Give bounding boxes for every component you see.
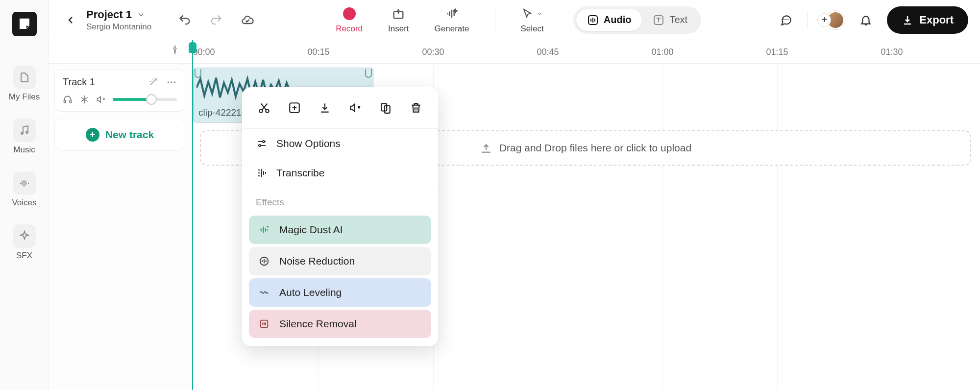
effect-label: Noise Reduction <box>279 255 355 267</box>
svg-point-5 <box>168 81 170 83</box>
generate-label: Generate <box>435 24 469 34</box>
download-clip-button[interactable] <box>314 97 336 119</box>
freeze-icon[interactable] <box>79 95 89 104</box>
mode-text[interactable]: Text <box>642 9 698 31</box>
notifications-button[interactable] <box>855 9 877 31</box>
ruler-tick: 00:30 <box>422 47 444 57</box>
upload-icon <box>480 142 492 154</box>
svg-point-7 <box>174 81 176 83</box>
generate-icon <box>445 6 459 21</box>
auto-leveling-icon <box>258 286 270 299</box>
headphones-icon[interactable] <box>63 95 73 104</box>
effect-noise-reduction[interactable]: Noise Reduction <box>249 247 431 275</box>
insert-button[interactable]: Insert <box>388 6 409 34</box>
new-track-button[interactable]: + New track <box>55 119 185 150</box>
insert-label: Insert <box>388 24 409 34</box>
project-title: Project 1 <box>86 8 132 21</box>
nav-label: Music <box>13 145 35 155</box>
add-button[interactable] <box>284 97 305 119</box>
clip-context-menu: Show Options Transcribe Effects Magic Du… <box>242 87 438 346</box>
sfx-icon <box>13 224 36 248</box>
mute-icon[interactable] <box>96 95 106 104</box>
back-button[interactable] <box>61 10 80 30</box>
pin-icon[interactable] <box>170 45 180 56</box>
delete-button[interactable] <box>405 97 427 119</box>
music-icon <box>13 119 36 142</box>
nav-sfx[interactable]: SFX <box>13 224 36 261</box>
svg-point-15 <box>263 141 265 143</box>
select-button[interactable]: Select <box>521 6 544 34</box>
effect-label: Silence Removal <box>279 318 357 330</box>
svg-point-11 <box>266 109 269 113</box>
magic-wand-icon[interactable] <box>148 77 158 88</box>
nav-voices[interactable]: Voices <box>12 171 36 208</box>
nav-label: Voices <box>12 198 36 208</box>
noise-reduction-icon <box>258 255 270 268</box>
mode-audio[interactable]: Audio <box>576 9 642 31</box>
audio-mode-icon <box>587 14 599 26</box>
volume-slider[interactable] <box>113 98 177 101</box>
ruler-tick: 01:00 <box>651 47 673 57</box>
download-icon <box>902 14 913 26</box>
show-options-item[interactable]: Show Options <box>242 129 438 158</box>
effect-label: Auto Leveling <box>279 287 342 298</box>
invite-button[interactable]: + <box>817 11 845 29</box>
magic-dust-icon <box>258 223 270 236</box>
undo-button[interactable] <box>175 10 195 30</box>
svg-rect-9 <box>70 100 71 103</box>
dropzone-label: Drag and Drop files here or click to upl… <box>499 142 691 154</box>
files-icon <box>13 66 36 89</box>
new-track-label: New track <box>105 129 154 141</box>
transcribe-item[interactable]: Transcribe <box>242 158 438 188</box>
divider <box>807 11 808 29</box>
plus-icon: + <box>817 13 831 27</box>
voices-icon <box>13 171 36 195</box>
transcribe-icon <box>256 167 268 179</box>
effect-silence-removal[interactable]: Silence Removal <box>249 310 431 338</box>
playhead[interactable] <box>192 40 193 390</box>
silence-removal-icon <box>258 317 270 330</box>
transcribe-label: Transcribe <box>276 167 324 179</box>
nav-label: My Files <box>9 92 40 102</box>
cut-button[interactable] <box>253 97 275 119</box>
comments-button[interactable] <box>775 9 797 31</box>
duplicate-button[interactable] <box>375 97 396 119</box>
nav-music[interactable]: Music <box>13 119 36 155</box>
svg-point-10 <box>259 109 263 113</box>
mute-clip-button[interactable] <box>344 97 366 119</box>
effect-auto-leveling[interactable]: Auto Leveling <box>249 278 431 307</box>
effect-label: Magic Dust AI <box>279 224 343 236</box>
mode-toggle: Audio Text <box>573 6 701 34</box>
track-more-icon[interactable] <box>166 77 177 88</box>
svg-rect-8 <box>64 100 66 103</box>
track-card: Track 1 <box>55 70 185 111</box>
mode-text-label: Text <box>669 14 687 25</box>
ruler-tick: 01:30 <box>881 47 903 57</box>
insert-icon <box>392 6 405 21</box>
svg-point-0 <box>21 132 23 134</box>
svg-point-17 <box>267 226 268 227</box>
ruler-tick: 00:15 <box>307 47 329 57</box>
redo-button[interactable] <box>206 10 226 30</box>
svg-point-6 <box>171 81 172 83</box>
sliders-icon <box>256 138 268 149</box>
record-button[interactable]: Record <box>336 6 363 34</box>
select-label: Select <box>521 24 544 34</box>
nav-my-files[interactable]: My Files <box>9 66 40 102</box>
export-button[interactable]: Export <box>887 6 968 34</box>
generate-button[interactable]: Generate <box>435 6 469 34</box>
record-label: Record <box>336 24 363 34</box>
effect-magic-dust[interactable]: Magic Dust AI <box>249 216 431 244</box>
svg-point-16 <box>259 145 261 146</box>
divider <box>495 9 495 31</box>
show-options-label: Show Options <box>276 138 341 149</box>
app-logo[interactable] <box>12 12 37 36</box>
project-owner: Sergio Montanino <box>86 22 151 32</box>
effects-section-label: Effects <box>242 188 438 213</box>
svg-point-1 <box>26 131 28 133</box>
project-dropdown-icon[interactable] <box>137 10 146 19</box>
text-mode-icon <box>653 14 664 26</box>
cloud-sync-button[interactable] <box>238 10 257 30</box>
track-name[interactable]: Track 1 <box>63 76 95 88</box>
plus-icon: + <box>86 128 99 142</box>
